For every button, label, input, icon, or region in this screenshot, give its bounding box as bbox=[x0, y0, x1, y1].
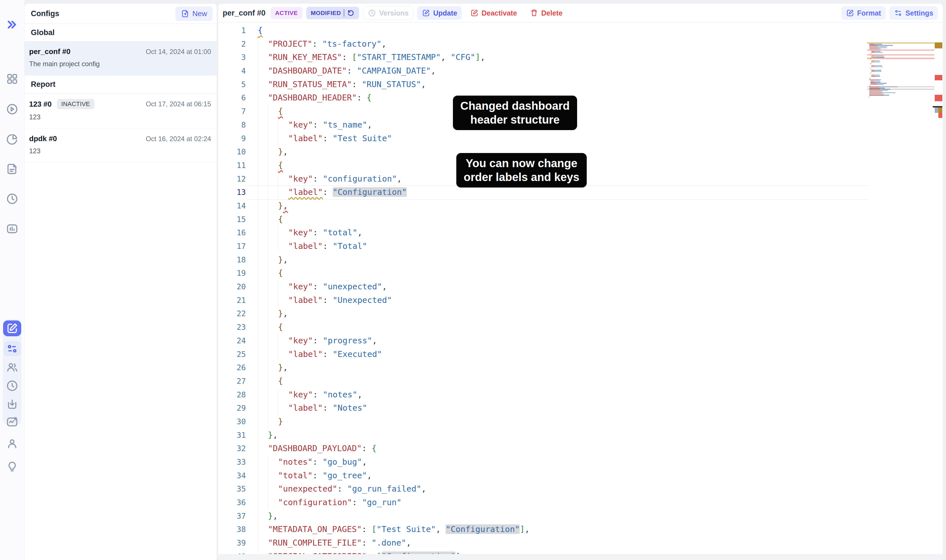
code-line[interactable]: "configuration": "go_run" bbox=[258, 496, 866, 509]
line-number: 17 bbox=[218, 240, 246, 253]
line-number: 29 bbox=[218, 402, 246, 415]
code-line[interactable]: "RUN_KEY_METAS": ["START_TIMESTAMP", "CF… bbox=[258, 51, 866, 64]
code-line[interactable]: { bbox=[258, 24, 866, 37]
ruler-marker-error bbox=[935, 75, 942, 80]
ruler-marker-warning bbox=[935, 42, 942, 48]
user-icon[interactable] bbox=[6, 437, 18, 450]
line-number: 16 bbox=[218, 226, 246, 240]
new-config-label: New bbox=[192, 9, 207, 18]
format-button[interactable]: Format bbox=[841, 6, 886, 20]
code-line[interactable]: "key": "total", bbox=[258, 226, 866, 240]
code-line[interactable]: }, bbox=[258, 253, 866, 267]
delete-button[interactable]: Delete bbox=[525, 6, 567, 20]
section-header: Global bbox=[25, 24, 217, 42]
bar-chart-icon[interactable] bbox=[6, 222, 18, 235]
code-line[interactable]: "key": "unexpected", bbox=[258, 280, 866, 294]
code-line[interactable]: "RUN_STATUS_META": "RUN_STATUS", bbox=[258, 78, 866, 91]
ruler-marker-selection bbox=[935, 108, 938, 113]
code-line[interactable]: }, bbox=[258, 428, 866, 442]
code-line[interactable]: "key": "notes", bbox=[258, 388, 866, 402]
line-number: 32 bbox=[218, 442, 246, 455]
code-line[interactable]: "label": "Notes" bbox=[258, 402, 866, 415]
app-root: Configs New Global per_conf #0 Oct 14, 2… bbox=[0, 0, 946, 560]
dashboard-grid-icon[interactable] bbox=[6, 72, 18, 85]
code-line[interactable]: { bbox=[258, 320, 866, 334]
code-line[interactable]: "PROJECT": "ts-factory", bbox=[258, 37, 866, 51]
config-item-name: per_conf #0 bbox=[29, 47, 71, 56]
line-number: 9 bbox=[218, 132, 246, 145]
horizontal-scrollbar[interactable] bbox=[218, 554, 943, 560]
update-button[interactable]: Update bbox=[417, 6, 462, 20]
edit-pencil-icon bbox=[422, 9, 430, 17]
lightbulb-icon[interactable] bbox=[6, 460, 18, 473]
config-title: per_conf #0 bbox=[223, 9, 266, 17]
new-config-button[interactable]: New bbox=[175, 6, 213, 21]
settings-button[interactable]: Settings bbox=[889, 6, 938, 20]
line-number: 12 bbox=[218, 172, 246, 186]
code-line[interactable]: "unexpected": "go_run_failed", bbox=[258, 482, 866, 496]
code-line[interactable]: "RUN_COMPLETE_FILE": ".done", bbox=[258, 536, 866, 550]
tooltip-header-structure: Changed dashboard header structure bbox=[453, 95, 577, 130]
edit-config-icon[interactable] bbox=[3, 320, 21, 336]
code-line[interactable]: }, bbox=[258, 509, 866, 523]
code-line[interactable]: "label": "Test Suite" bbox=[258, 132, 866, 145]
file-text-icon[interactable] bbox=[6, 162, 18, 175]
line-number: 1 bbox=[218, 24, 246, 37]
code-line[interactable]: } bbox=[258, 415, 866, 428]
code-line[interactable]: "METADATA_ON_PAGES": ["Test Suite", "Con… bbox=[258, 523, 866, 536]
code-line[interactable]: { bbox=[258, 213, 866, 226]
line-number: 13 bbox=[218, 186, 246, 199]
code-line[interactable]: "label": "Total" bbox=[258, 240, 866, 253]
code-line[interactable]: "label": "Executed" bbox=[258, 348, 866, 361]
chevrons-right-icon[interactable] bbox=[6, 18, 18, 31]
code-line[interactable]: { bbox=[258, 374, 866, 388]
code-line[interactable]: "label": "Unexpected" bbox=[258, 294, 866, 307]
code-line[interactable]: "total": "go_tree", bbox=[258, 469, 866, 483]
json-code-editor[interactable]: 1234567891011121314151617181920212223242… bbox=[218, 23, 943, 554]
line-number: 39 bbox=[218, 536, 246, 550]
editor-minimap[interactable] bbox=[868, 42, 933, 98]
section-header: Report bbox=[25, 75, 217, 93]
config-item-name: 123 #0 bbox=[29, 100, 52, 109]
code-line[interactable]: "DASHBOARD_PAYLOAD": { bbox=[258, 442, 866, 455]
trash-icon bbox=[530, 9, 538, 17]
line-number: 33 bbox=[218, 455, 246, 469]
users-icon[interactable] bbox=[6, 361, 18, 374]
code-line[interactable]: "label": "Configuration" bbox=[258, 186, 866, 199]
line-number: 21 bbox=[218, 294, 246, 307]
ruler-marker-error bbox=[935, 95, 942, 101]
sliders-icon bbox=[894, 9, 903, 17]
icon-rail bbox=[0, 0, 24, 560]
code-line[interactable]: "DASHBOARD_DATE": "CAMPAIGN_DATE", bbox=[258, 64, 866, 78]
versions-button[interactable]: Versions bbox=[363, 6, 413, 20]
config-list-item[interactable]: 123 #0 INACTIVE Oct 17, 2024 at 06:15 12… bbox=[25, 93, 217, 129]
config-list-item[interactable]: dpdk #0 Oct 16, 2024 at 02:24 123 bbox=[25, 129, 217, 163]
config-list-item[interactable]: per_conf #0 Oct 14, 2024 at 01:00 The ma… bbox=[25, 42, 217, 75]
line-number: 14 bbox=[218, 199, 246, 213]
play-circle-icon[interactable] bbox=[6, 103, 18, 116]
deactivate-pencil-icon bbox=[470, 9, 478, 17]
pie-chart-icon[interactable] bbox=[6, 133, 18, 146]
import-download-icon[interactable] bbox=[6, 398, 18, 411]
code-line[interactable]: "key": "progress", bbox=[258, 334, 866, 348]
line-number: 18 bbox=[218, 253, 246, 267]
line-number: 26 bbox=[218, 361, 246, 374]
line-number: 10 bbox=[218, 145, 246, 158]
code-line[interactable]: }, bbox=[258, 361, 866, 374]
line-number: 30 bbox=[218, 415, 246, 428]
code-line[interactable]: }, bbox=[258, 199, 866, 213]
code-line[interactable]: { bbox=[258, 266, 866, 280]
code-line[interactable]: "notes": "go_bug", bbox=[258, 455, 866, 469]
line-number: 25 bbox=[218, 348, 246, 361]
history-clock-icon[interactable] bbox=[6, 379, 18, 392]
activity-chart-icon[interactable] bbox=[6, 415, 18, 428]
line-number: 27 bbox=[218, 374, 246, 388]
code-line[interactable]: "SPECIAL_CATEGORIES": ["Configuration"] bbox=[258, 550, 866, 554]
code-line[interactable]: }, bbox=[258, 307, 866, 320]
line-number: 31 bbox=[218, 428, 246, 442]
clock-icon[interactable] bbox=[6, 192, 18, 205]
file-plus-icon bbox=[181, 9, 189, 18]
config-settings-icon[interactable] bbox=[4, 342, 21, 356]
revert-icon[interactable] bbox=[347, 9, 354, 17]
deactivate-button[interactable]: Deactivate bbox=[466, 6, 521, 20]
